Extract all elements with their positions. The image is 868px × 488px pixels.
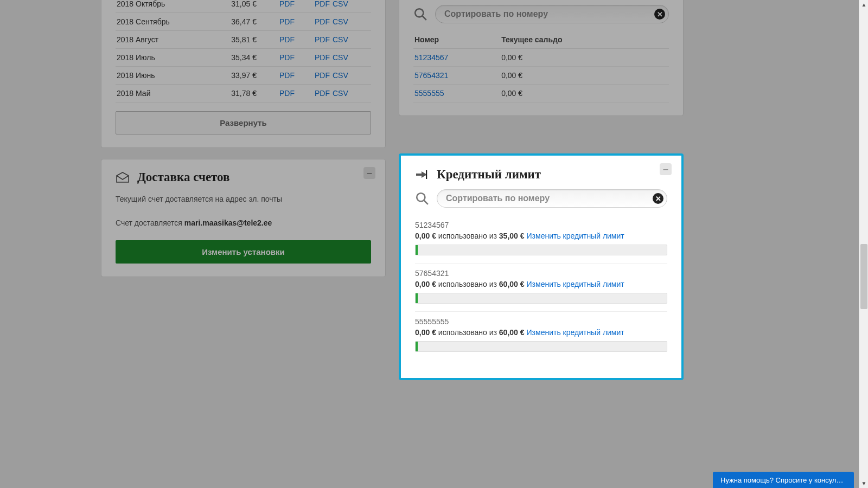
chat-tab[interactable]: Нужна помощь? Спросите у консул… [713, 472, 854, 488]
credit-item: 512345670,00 € использовано из 35,00 €Из… [415, 215, 667, 264]
invoice-detail-pdf-link[interactable]: PDF [315, 17, 330, 26]
invoice-pdf-link[interactable]: PDF [279, 0, 295, 8]
change-settings-button[interactable]: Изменить установки [116, 240, 371, 264]
table-row: 2018 Май31,78 €PDFPDFCSV [116, 85, 371, 102]
credit-search[interactable]: ✕ [437, 189, 667, 208]
invoice-detail-csv-link[interactable]: CSV [333, 53, 348, 62]
balance-th-number: Номер [413, 31, 500, 49]
credit-bar [415, 293, 667, 304]
search-icon [415, 191, 429, 206]
credit-title: Кредитный лимит [437, 168, 541, 182]
invoice-detail-pdf-link[interactable]: PDF [315, 71, 330, 80]
invoice-amount: 35,81 € [227, 31, 278, 49]
invoice-detail-pdf-link[interactable]: PDF [315, 0, 330, 8]
balance-number-link[interactable]: 5555555 [414, 89, 444, 98]
invoice-pdf-link[interactable]: PDF [279, 53, 295, 62]
balance-number-link[interactable]: 51234567 [414, 53, 448, 62]
expand-button[interactable]: Развернуть [116, 111, 371, 134]
credit-usage: 0,00 € использовано из 60,00 €Изменить к… [415, 328, 667, 337]
svg-rect-1 [426, 170, 427, 179]
credit-usage: 0,00 € использовано из 60,00 €Изменить к… [415, 280, 667, 288]
mail-icon [116, 171, 131, 183]
table-row: 512345670,00 € [413, 49, 669, 67]
balance-number-link[interactable]: 57654321 [414, 71, 448, 80]
invoice-detail-pdf-link[interactable]: PDF [315, 53, 330, 62]
invoice-detail-csv-link[interactable]: CSV [333, 71, 348, 80]
balance-value: 0,00 € [500, 49, 669, 67]
invoice-detail-csv-link[interactable]: CSV [333, 17, 348, 26]
search-icon [413, 7, 427, 21]
invoice-period: 2018 Май [116, 85, 227, 102]
invoice-detail-pdf-link[interactable]: PDF [315, 35, 330, 44]
invoice-pdf-link[interactable]: PDF [279, 71, 295, 80]
change-credit-link[interactable]: Изменить кредитный лимит [527, 232, 624, 240]
credit-number: 51234567 [415, 221, 667, 229]
clear-icon[interactable]: ✕ [654, 9, 665, 20]
credit-limit-card: – Кредитный лимит ✕ 512345670,00 € испол [399, 153, 684, 380]
invoice-detail-csv-link[interactable]: CSV [333, 0, 348, 8]
invoice-detail-csv-link[interactable]: CSV [333, 89, 348, 98]
invoice-period: 2018 Июль [116, 49, 227, 67]
table-row: 2018 Сентябрь36,47 €PDFPDFCSV [116, 13, 371, 31]
delivery-line1: Текущий счет доставляется на адрес эл. п… [116, 193, 371, 205]
balance-search[interactable]: ✕ [435, 5, 669, 23]
invoice-amount: 33,97 € [227, 67, 278, 85]
svg-point-0 [415, 9, 423, 17]
delivery-card: – Доставка счетов Текущий счет доставляе… [101, 159, 386, 277]
credit-usage: 0,00 € использовано из 35,00 €Изменить к… [415, 232, 667, 240]
balance-table: Номер Текущее сальдо 512345670,00 €57654… [413, 31, 669, 102]
credit-item: 576543210,00 € использовано из 60,00 €Из… [415, 264, 667, 312]
table-row: 576543210,00 € [413, 67, 669, 85]
limit-icon [415, 169, 430, 180]
invoice-period: 2018 Октябрь [116, 0, 227, 13]
credit-number: 57654321 [415, 269, 667, 278]
clear-icon[interactable]: ✕ [653, 193, 663, 204]
change-credit-link[interactable]: Изменить кредитный лимит [527, 280, 624, 288]
table-row: 55555550,00 € [413, 85, 669, 102]
invoice-detail-pdf-link[interactable]: PDF [315, 89, 330, 98]
credit-search-input[interactable] [446, 194, 653, 203]
balance-card: ✕ Номер Текущее сальдо 512345670,00 €576… [399, 0, 684, 116]
change-credit-link[interactable]: Изменить кредитный лимит [527, 328, 624, 337]
balance-th-balance: Текущее сальдо [500, 31, 669, 49]
invoice-pdf-link[interactable]: PDF [279, 89, 295, 98]
invoice-period: 2018 Август [116, 31, 227, 49]
delivery-line2: Счет доставляется mari.maasikas@tele2.ee [116, 217, 371, 229]
invoices-card: 2018 Октябрь31,05 €PDFPDFCSV2018 Сентябр… [101, 0, 386, 148]
invoice-amount: 31,78 € [227, 85, 278, 102]
invoice-pdf-link[interactable]: PDF [279, 35, 295, 44]
table-row: 2018 Июль35,34 €PDFPDFCSV [116, 49, 371, 67]
balance-value: 0,00 € [500, 85, 669, 102]
scroll-thumb[interactable] [860, 244, 867, 309]
invoice-period: 2018 Сентябрь [116, 13, 227, 31]
invoice-amount: 36,47 € [227, 13, 278, 31]
table-row: 2018 Август35,81 €PDFPDFCSV [116, 31, 371, 49]
invoice-amount: 35,34 € [227, 49, 278, 67]
balance-value: 0,00 € [500, 67, 669, 85]
credit-number: 55555555 [415, 317, 667, 326]
table-row: 2018 Июнь33,97 €PDFPDFCSV [116, 67, 371, 85]
credit-item: 555555550,00 € использовано из 60,00 €Из… [415, 312, 667, 359]
minimize-icon[interactable]: – [660, 163, 672, 175]
credit-bar [415, 245, 667, 255]
invoices-table: 2018 Октябрь31,05 €PDFPDFCSV2018 Сентябр… [116, 0, 371, 102]
invoice-detail-csv-link[interactable]: CSV [333, 35, 348, 44]
svg-point-2 [417, 193, 425, 201]
balance-search-input[interactable] [444, 9, 654, 19]
table-row: 2018 Октябрь31,05 €PDFPDFCSV [116, 0, 371, 13]
minimize-icon[interactable]: – [363, 167, 375, 179]
credit-bar [415, 341, 667, 352]
invoice-pdf-link[interactable]: PDF [279, 17, 295, 26]
invoice-period: 2018 Июнь [116, 67, 227, 85]
scroll-up-icon[interactable]: ▲ [859, 0, 868, 9]
invoice-amount: 31,05 € [227, 0, 278, 13]
scrollbar[interactable]: ▲ ▼ [859, 0, 868, 488]
scroll-down-icon[interactable]: ▼ [859, 479, 868, 488]
delivery-title: Доставка счетов [137, 170, 229, 184]
